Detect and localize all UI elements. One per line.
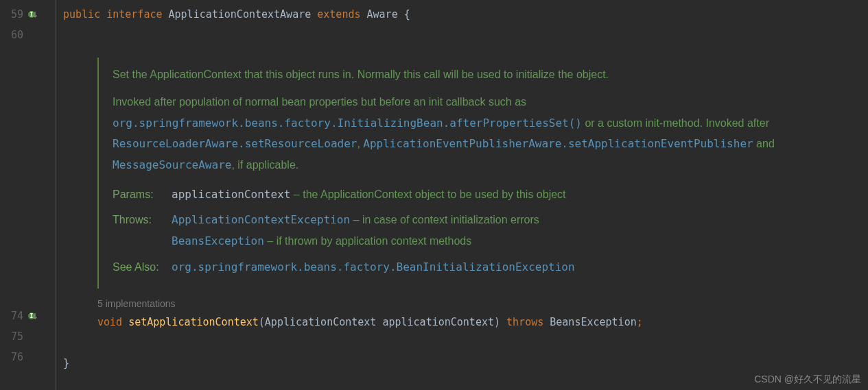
- javadoc-text: or a custom init-method. Invoked after: [582, 117, 769, 129]
- keyword-public: public: [63, 8, 100, 21]
- code-line-empty[interactable]: [63, 332, 868, 353]
- keyword-throws: throws: [506, 316, 543, 328]
- seealso-content: org.springframework.beans.factory.BeanIn…: [172, 256, 575, 278]
- param-name: applicationContext: [382, 316, 494, 328]
- exception-link[interactable]: BeansException: [172, 234, 264, 247]
- javadoc-link[interactable]: MessageSourceAware: [113, 158, 231, 171]
- code-area[interactable]: public interface ApplicationContextAware…: [56, 0, 868, 390]
- code-line[interactable]: }: [63, 353, 868, 374]
- implements-icon[interactable]: I: [27, 310, 38, 321]
- watermark: CSDN @好久不见的流星: [754, 374, 861, 386]
- paren: ): [494, 316, 500, 328]
- params-label: Params:: [113, 184, 172, 205]
- params-content: applicationContext – the ApplicationCont…: [172, 184, 566, 205]
- gutter: 59 I 60 74 I 75: [0, 0, 56, 390]
- throws-label: Throws:: [113, 209, 172, 252]
- implementations-hint[interactable]: 5 implementations: [63, 295, 868, 312]
- javadoc-link[interactable]: ApplicationEventPublisherAware.setApplic…: [363, 137, 753, 150]
- exception-link[interactable]: ApplicationContextException: [172, 213, 350, 226]
- code-editor[interactable]: 59 I 60 74 I 75: [0, 0, 868, 390]
- throws-content: ApplicationContextException – in case of…: [172, 209, 539, 252]
- seealso-link[interactable]: org.springframework.beans.factory.BeanIn…: [172, 260, 575, 273]
- gutter-spacer: [0, 45, 56, 306]
- javadoc-text: , if applicable.: [231, 159, 298, 171]
- param-type: ApplicationContext: [265, 316, 377, 328]
- semicolon: ;: [637, 316, 643, 328]
- method-name: setApplicationContext: [128, 316, 259, 328]
- param-name: applicationContext: [172, 188, 290, 201]
- javadoc-paragraph: Set the ApplicationContext that this obj…: [113, 64, 784, 85]
- keyword-extends: extends: [317, 8, 360, 21]
- line-number: 76: [3, 351, 23, 363]
- line-number: 60: [3, 29, 23, 41]
- super-class: Aware: [367, 8, 398, 21]
- open-brace: {: [398, 8, 410, 21]
- code-line[interactable]: void setApplicationContext(ApplicationCo…: [63, 312, 868, 332]
- implements-icon[interactable]: I: [27, 9, 38, 20]
- javadoc-text: and: [753, 138, 775, 149]
- keyword-interface: interface: [106, 8, 162, 21]
- param-desc: – the ApplicationContext object to be us…: [290, 188, 565, 200]
- exception-type: BeansException: [550, 316, 636, 328]
- seealso-row: See Also: org.springframework.beans.fact…: [113, 256, 784, 278]
- seealso-label: See Also:: [113, 256, 172, 278]
- javadoc-text: ,: [357, 138, 363, 149]
- javadoc-tags: Params: applicationContext – the Applica…: [113, 184, 784, 278]
- gutter-line: 76: [0, 347, 56, 367]
- gutter-line: 74 I: [0, 306, 56, 326]
- gutter-line: 75: [0, 326, 56, 347]
- line-number: 75: [3, 330, 23, 343]
- javadoc-link[interactable]: org.springframework.beans.factory.Initia…: [113, 117, 582, 130]
- exception-desc: – in case of context initialization erro…: [350, 214, 539, 226]
- javadoc-link[interactable]: ResourceLoaderAware.setResourceLoader: [113, 137, 357, 150]
- paren: (: [259, 316, 265, 328]
- javadoc-paragraph: Invoked after population of normal bean …: [113, 92, 784, 175]
- keyword-void: void: [97, 316, 122, 328]
- javadoc-block: Set the ApplicationContext that this obj…: [97, 58, 797, 289]
- class-name: ApplicationContextAware: [169, 8, 312, 21]
- throws-row: Throws: ApplicationContextException – in…: [113, 209, 784, 252]
- code-line-empty[interactable]: [63, 25, 868, 45]
- close-brace: }: [63, 357, 69, 369]
- svg-text:I: I: [30, 12, 34, 18]
- svg-text:I: I: [30, 313, 34, 319]
- exception-desc: – if thrown by application context metho…: [264, 235, 471, 247]
- line-number: 74: [3, 310, 23, 322]
- params-row: Params: applicationContext – the Applica…: [113, 184, 784, 205]
- javadoc-text: Invoked after population of normal bean …: [113, 96, 526, 108]
- line-number: 59: [3, 8, 23, 21]
- gutter-line: 60: [0, 25, 56, 45]
- code-line[interactable]: public interface ApplicationContextAware…: [63, 4, 868, 25]
- gutter-line: 59 I: [0, 4, 56, 25]
